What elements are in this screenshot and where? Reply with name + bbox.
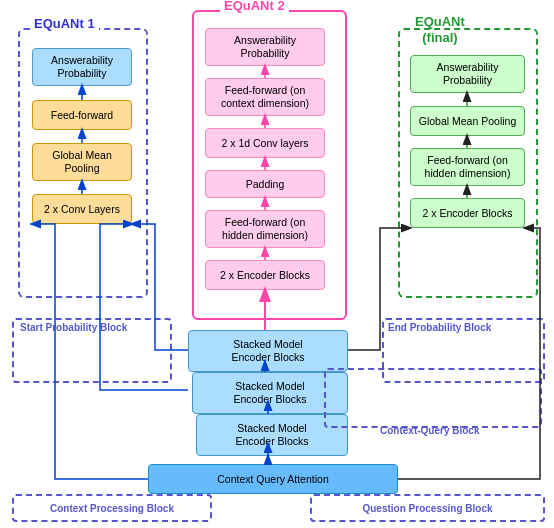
- context-query-label: Context-Query Block: [380, 425, 479, 436]
- equant2-encoderblocks: 2 x Encoder Blocks: [205, 260, 325, 290]
- equantfinal-feedforward: Feed-forward (onhidden dimension): [410, 148, 525, 186]
- diagram-container: EQuANt 1 Answerability Probability Feed-…: [0, 0, 554, 528]
- equantfinal-globalmean: Global Mean Pooling: [410, 106, 525, 136]
- end-probability-label: End Probability Block: [388, 322, 491, 333]
- equant2-conv: 2 x 1d Conv layers: [205, 128, 325, 158]
- equant2-feedforward2: Feed-forward (onhidden dimension): [205, 210, 325, 248]
- context-query-block: [324, 368, 542, 428]
- equant2-feedforward1: Feed-forward (oncontext dimension): [205, 78, 325, 116]
- equant2-padding: Padding: [205, 170, 325, 198]
- equant2-title: EQuANt 2: [220, 0, 289, 13]
- question-processing-label: Question Processing Block: [362, 503, 492, 514]
- equant1-conv: 2 x Conv Layers: [32, 194, 132, 224]
- equant1-answerability: Answerability Probability: [32, 48, 132, 86]
- question-processing-block: Question Processing Block: [310, 494, 545, 522]
- start-probability-label: Start Probability Block: [20, 322, 127, 333]
- context-processing-block: Context Processing Block: [12, 494, 212, 522]
- equant2-answerability: AnswerabilityProbability: [205, 28, 325, 66]
- context-processing-label: Context Processing Block: [50, 503, 174, 514]
- equant1-feedforward: Feed-forward: [32, 100, 132, 130]
- equantfinal-encoderblocks: 2 x Encoder Blocks: [410, 198, 525, 228]
- equant1-title: EQuANt 1: [30, 14, 99, 34]
- stacked-encoder-1: Stacked ModelEncoder Blocks: [188, 330, 348, 372]
- equantfinal-title: EQuANt(final): [415, 14, 465, 45]
- context-query-attention: Context Query Attention: [148, 464, 398, 494]
- equant1-globalmean: Global MeanPooling: [32, 143, 132, 181]
- equantfinal-answerability: AnswerabilityProbability: [410, 55, 525, 93]
